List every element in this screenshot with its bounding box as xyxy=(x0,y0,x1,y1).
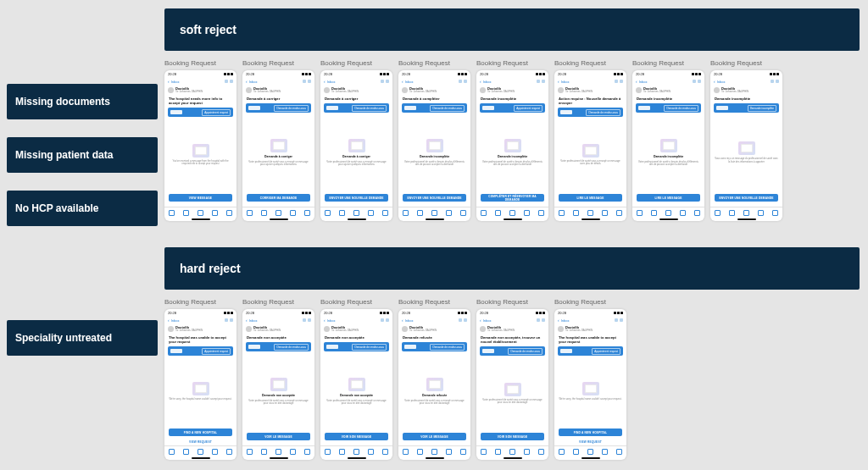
reply-all-icon[interactable] xyxy=(446,210,452,216)
inbox-label[interactable]: Inbox xyxy=(171,318,180,323)
nav-action-icon[interactable] xyxy=(386,318,389,322)
nav-action-icon[interactable] xyxy=(230,318,233,322)
folder-icon[interactable] xyxy=(495,210,501,216)
reply-icon[interactable] xyxy=(275,449,281,455)
back-chevron-icon[interactable]: ‹ xyxy=(558,79,559,84)
secondary-button[interactable]: VIEW REQUEST xyxy=(169,438,232,445)
nav-action-icon[interactable] xyxy=(776,80,779,83)
nav-action-icon[interactable] xyxy=(225,80,228,83)
compose-icon[interactable] xyxy=(460,449,466,455)
folder-icon[interactable] xyxy=(261,210,267,216)
compose-icon[interactable] xyxy=(616,449,622,455)
back-chevron-icon[interactable]: ‹ xyxy=(558,318,559,323)
back-chevron-icon[interactable]: ‹ xyxy=(636,79,637,84)
reply-all-icon[interactable] xyxy=(212,449,218,455)
nav-action-icon[interactable] xyxy=(537,80,540,83)
category-missing-patient[interactable]: Missing patient data xyxy=(7,137,158,173)
mockup-card[interactable]: Booking Request20:28‹InboxDoctolibTo: Jo… xyxy=(476,59,548,221)
mockup-card[interactable]: Booking Request20:28‹InboxDoctolibTo: Jo… xyxy=(632,59,704,221)
reply-all-icon[interactable] xyxy=(368,449,374,455)
reply-all-icon[interactable] xyxy=(368,210,374,216)
compose-icon[interactable] xyxy=(226,449,232,455)
folder-icon[interactable] xyxy=(183,449,189,455)
trash-icon[interactable] xyxy=(403,449,409,455)
inbox-label[interactable]: Inbox xyxy=(561,318,570,323)
nav-action-icon[interactable] xyxy=(303,80,306,83)
reply-all-icon[interactable] xyxy=(212,210,218,216)
compose-icon[interactable] xyxy=(538,210,544,216)
inbox-label[interactable]: Inbox xyxy=(249,80,258,84)
category-speciality[interactable]: Speciality untreated xyxy=(7,320,158,356)
nav-action-icon[interactable] xyxy=(381,318,384,322)
mockup-card[interactable]: Booking Request20:28‹InboxDoctolibTo: Jo… xyxy=(242,298,314,460)
compose-icon[interactable] xyxy=(382,449,388,455)
inbox-label[interactable]: Inbox xyxy=(405,318,414,323)
nav-action-icon[interactable] xyxy=(230,80,233,83)
primary-button[interactable]: VIEW MESSAGE xyxy=(169,194,232,202)
folder-icon[interactable] xyxy=(495,449,501,455)
folder-icon[interactable] xyxy=(261,449,267,455)
folder-icon[interactable] xyxy=(573,210,579,216)
primary-button[interactable]: LIRE LE MESSAGE xyxy=(637,194,700,202)
back-chevron-icon[interactable]: ‹ xyxy=(324,318,326,323)
reply-icon[interactable] xyxy=(353,449,359,455)
mockup-card[interactable]: Booking Request20:28‹InboxDoctolibTo: Jo… xyxy=(398,59,470,221)
trash-icon[interactable] xyxy=(559,210,565,216)
reply-icon[interactable] xyxy=(509,449,515,455)
folder-icon[interactable] xyxy=(651,210,657,216)
nav-action-icon[interactable] xyxy=(225,318,228,322)
folder-icon[interactable] xyxy=(339,449,345,455)
trash-icon[interactable] xyxy=(481,449,487,455)
trash-icon[interactable] xyxy=(325,449,331,455)
inbox-label[interactable]: Inbox xyxy=(405,80,414,84)
inbox-label[interactable]: Inbox xyxy=(483,80,492,84)
compose-icon[interactable] xyxy=(772,210,778,216)
primary-button[interactable]: ENVOYER UNE NOUVELLE DEMANDE xyxy=(715,194,778,202)
back-chevron-icon[interactable]: ‹ xyxy=(402,79,403,84)
reply-all-icon[interactable] xyxy=(290,210,296,216)
primary-button[interactable]: ENVOYER UNE NOUVELLE DEMANDE xyxy=(403,194,466,202)
nav-action-icon[interactable] xyxy=(386,80,389,83)
inbox-label[interactable]: Inbox xyxy=(717,80,726,84)
compose-icon[interactable] xyxy=(304,449,310,455)
back-chevron-icon[interactable]: ‹ xyxy=(324,79,326,84)
reply-icon[interactable] xyxy=(743,210,749,216)
nav-action-icon[interactable] xyxy=(771,80,774,83)
primary-button[interactable]: VOIR SON MESSAGE xyxy=(325,433,388,440)
back-chevron-icon[interactable]: ‹ xyxy=(168,79,170,84)
primary-button[interactable]: VOIR SON MESSAGE xyxy=(481,433,544,440)
trash-icon[interactable] xyxy=(169,449,175,455)
primary-button[interactable]: COMPLÉTER ET RÉENVOYER MA DEMANDE xyxy=(481,194,544,202)
reply-all-icon[interactable] xyxy=(758,210,764,216)
mockup-card[interactable]: Booking Request20:28‹InboxDoctolibTo: Jo… xyxy=(320,59,392,221)
trash-icon[interactable] xyxy=(247,210,253,216)
mockup-card[interactable]: Booking Request20:28‹InboxDoctolibTo: Jo… xyxy=(710,59,782,221)
category-no-hcp[interactable]: No HCP available xyxy=(7,191,158,226)
reply-icon[interactable] xyxy=(198,210,203,216)
nav-action-icon[interactable] xyxy=(537,318,540,322)
trash-icon[interactable] xyxy=(169,210,175,216)
reply-icon[interactable] xyxy=(198,449,203,455)
nav-action-icon[interactable] xyxy=(542,80,545,83)
mockup-card[interactable]: Booking Request20:28‹InboxDoctolibTo: Jo… xyxy=(476,298,548,460)
mockup-card[interactable]: Booking Request20:28‹InboxDoctolibTo: Jo… xyxy=(554,59,626,221)
mockup-card[interactable]: Booking Request20:28‹InboxDoctolibTo: Jo… xyxy=(164,298,236,460)
mockup-card[interactable]: Booking Request20:28‹InboxDoctolibTo: Jo… xyxy=(242,59,314,221)
back-chevron-icon[interactable]: ‹ xyxy=(402,318,403,323)
folder-icon[interactable] xyxy=(339,210,345,216)
nav-action-icon[interactable] xyxy=(303,318,306,322)
primary-button[interactable]: ENVOYER UNE NOUVELLE DEMANDE xyxy=(325,194,388,202)
primary-button[interactable]: VOIR LE MESSAGE xyxy=(247,433,310,440)
inbox-label[interactable]: Inbox xyxy=(483,318,492,323)
inbox-label[interactable]: Inbox xyxy=(561,80,570,84)
nav-action-icon[interactable] xyxy=(620,80,623,83)
folder-icon[interactable] xyxy=(183,210,189,216)
primary-button[interactable]: LIRE LE MESSAGE xyxy=(559,194,622,202)
nav-action-icon[interactable] xyxy=(308,80,311,83)
mockup-card[interactable]: Booking Request20:28‹InboxDoctolibTo: Jo… xyxy=(320,298,392,460)
back-chevron-icon[interactable]: ‹ xyxy=(480,318,481,323)
back-chevron-icon[interactable]: ‹ xyxy=(480,79,481,84)
inbox-label[interactable]: Inbox xyxy=(171,80,180,84)
reply-all-icon[interactable] xyxy=(446,449,452,455)
trash-icon[interactable] xyxy=(559,449,565,455)
